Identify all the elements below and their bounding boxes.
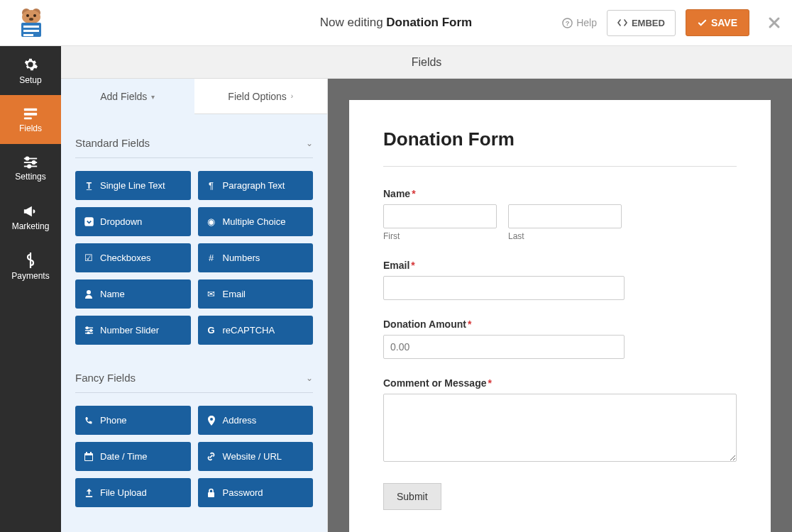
caret-square-icon <box>84 217 94 226</box>
required-asterisk: * <box>412 188 415 199</box>
field-date-time[interactable]: Date / Time <box>75 442 191 471</box>
group-title: Standard Fields <box>75 137 150 149</box>
name-row: First Last <box>383 204 737 241</box>
calendar-icon <box>84 452 94 461</box>
email-input[interactable] <box>383 276 625 300</box>
first-sublabel: First <box>383 231 497 241</box>
tab-field-options[interactable]: Field Options › <box>194 79 328 114</box>
save-button[interactable]: SAVE <box>686 9 749 36</box>
page-title: Now editing Donation Form <box>320 16 472 30</box>
form-field-donation-amount[interactable]: Donation Amount* <box>383 318 737 359</box>
svg-text:?: ? <box>566 20 570 27</box>
submit-button[interactable]: Submit <box>383 483 441 510</box>
text-icon: T <box>84 181 94 190</box>
sidebar-label: Setup <box>19 75 41 85</box>
lock-icon <box>207 488 216 497</box>
close-button[interactable] <box>768 16 781 29</box>
field-number-slider[interactable]: Number Slider <box>75 316 191 345</box>
comment-textarea[interactable] <box>383 394 737 462</box>
form-field-comment[interactable]: Comment or Message* <box>383 377 737 465</box>
field-website-url[interactable]: Website / URL <box>198 442 314 471</box>
amount-input[interactable] <box>383 335 625 359</box>
field-numbers[interactable]: #Numbers <box>198 243 314 272</box>
first-name-input[interactable] <box>383 204 497 228</box>
sidebar-item-marketing[interactable]: Marketing <box>0 193 61 242</box>
required-asterisk: * <box>468 318 471 330</box>
sidebar-label: Fields <box>19 123 42 133</box>
field-label: Number Slider <box>100 325 159 336</box>
sidebar: Setup Fields Settings Marketing Payments <box>0 46 61 532</box>
svg-point-5 <box>29 18 33 21</box>
field-recaptcha[interactable]: GreCAPTCHA <box>198 316 314 345</box>
comment-label: Comment or Message* <box>383 377 737 389</box>
field-dropdown[interactable]: Dropdown <box>75 207 191 236</box>
sidebar-item-setup[interactable]: Setup <box>0 46 61 95</box>
form-field-email[interactable]: Email* <box>383 260 737 300</box>
chevron-right-icon: › <box>291 92 293 100</box>
field-label: Date / Time <box>100 451 147 462</box>
field-label: Single Line Text <box>100 180 165 191</box>
svg-rect-8 <box>23 30 39 32</box>
field-phone[interactable]: Phone <box>75 406 191 435</box>
field-label: Email <box>223 289 246 299</box>
section-header: Fields <box>61 46 792 79</box>
check-square-icon: ☑ <box>84 253 94 263</box>
field-label: Dropdown <box>100 216 142 227</box>
field-name[interactable]: Name <box>75 279 191 309</box>
check-icon <box>698 18 707 28</box>
sidebar-label: Payments <box>11 271 49 281</box>
field-file-upload[interactable]: File Upload <box>75 478 191 507</box>
bullhorn-icon <box>23 204 38 218</box>
svg-point-23 <box>87 290 91 294</box>
svg-rect-12 <box>24 108 37 111</box>
svg-rect-32 <box>86 452 87 454</box>
paragraph-icon: ¶ <box>207 180 216 191</box>
dot-circle-icon: ◉ <box>207 216 216 227</box>
editing-prefix: Now editing <box>320 16 383 29</box>
top-actions: ? Help EMBED SAVE <box>562 9 781 36</box>
section-title: Fields <box>412 56 442 69</box>
tab-add-fields[interactable]: Add Fields ▾ <box>61 79 194 114</box>
field-checkboxes[interactable]: ☑Checkboxes <box>75 243 191 272</box>
field-multiple-choice[interactable]: ◉Multiple Choice <box>198 207 314 236</box>
svg-rect-22 <box>84 218 92 226</box>
embed-label: EMBED <box>632 18 665 28</box>
app-logo <box>11 6 50 40</box>
main: Setup Fields Settings Marketing Payments <box>0 46 792 532</box>
field-label: Password <box>223 487 263 498</box>
svg-point-3 <box>26 14 29 17</box>
sidebar-item-payments[interactable]: Payments <box>0 242 61 291</box>
group-header-fancy[interactable]: Fancy Fields ⌄ <box>75 363 313 393</box>
field-single-line-text[interactable]: TSingle Line Text <box>75 171 191 200</box>
help-link[interactable]: ? Help <box>562 17 597 28</box>
sidebar-item-settings[interactable]: Settings <box>0 144 61 193</box>
required-asterisk: * <box>411 260 414 271</box>
sidebar-item-fields[interactable]: Fields <box>0 95 61 144</box>
embed-button[interactable]: EMBED <box>607 10 676 36</box>
svg-point-20 <box>28 165 31 167</box>
last-sublabel: Last <box>508 231 622 241</box>
svg-point-27 <box>89 330 92 332</box>
fancy-field-grid: Phone Address Date / Time Website / URL … <box>75 393 313 511</box>
svg-point-2 <box>22 10 40 24</box>
svg-point-25 <box>86 327 88 329</box>
fields-panel: Add Fields ▾ Field Options › Standard Fi… <box>61 79 328 532</box>
divider <box>383 166 737 167</box>
field-label: Checkboxes <box>100 253 151 263</box>
svg-rect-14 <box>24 117 32 119</box>
chevron-down-icon: ⌄ <box>306 138 313 148</box>
form-field-name[interactable]: Name* First Last <box>383 188 737 241</box>
form-name: Donation Form <box>386 16 472 29</box>
group-header-standard[interactable]: Standard Fields ⌄ <box>75 128 313 158</box>
field-paragraph-text[interactable]: ¶Paragraph Text <box>198 171 314 200</box>
tab-label: Add Fields <box>100 91 147 102</box>
envelope-icon: ✉ <box>207 289 216 299</box>
field-address[interactable]: Address <box>198 406 314 435</box>
field-email[interactable]: ✉Email <box>198 279 314 309</box>
sidebar-label: Settings <box>15 172 45 182</box>
email-label: Email* <box>383 260 737 271</box>
field-label: File Upload <box>100 487 147 498</box>
svg-point-16 <box>26 157 28 160</box>
field-password[interactable]: Password <box>198 478 314 507</box>
last-name-input[interactable] <box>508 204 622 228</box>
